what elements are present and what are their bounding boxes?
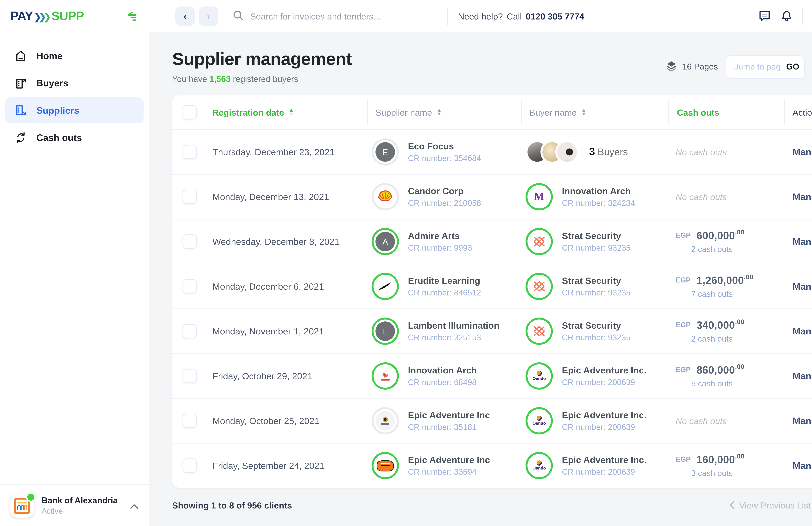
registration-date: Friday, October 29, 2021 xyxy=(205,371,367,381)
notifications-bell-icon[interactable] xyxy=(781,10,794,23)
supplier-cr-number: CR number: 33694 xyxy=(408,468,490,477)
column-header-registration-date[interactable]: Registration date ▲▼ xyxy=(205,99,367,125)
view-previous-list-link[interactable]: View Previous List xyxy=(729,500,811,510)
pagination-footer: Showing 1 to 8 of 956 clients View Previ… xyxy=(172,494,812,516)
supplier-cell: A Admire Arts CR number: 9993 xyxy=(367,228,521,255)
buyer-name: Strat Security xyxy=(562,320,630,331)
logo-text-pay: PAY xyxy=(10,9,33,24)
buyer-cell: Oando Epic Adventure Inc. CR number: 200… xyxy=(521,407,668,435)
main-content: Supplier management You have 1,563 regis… xyxy=(149,32,812,526)
sidebar-item-label: Suppliers xyxy=(37,105,79,116)
registration-date: Friday, September 24, 2021 xyxy=(205,461,367,471)
supplier-cr-number: CR number: 325153 xyxy=(408,333,499,342)
need-help-label: Need help? xyxy=(458,11,503,21)
row-checkbox[interactable] xyxy=(183,279,197,293)
manage-link[interactable]: Manage xyxy=(784,147,812,157)
innovation-arch-supplier-logo: ✺ xyxy=(372,362,399,390)
row-checkbox[interactable] xyxy=(183,414,197,428)
column-header-buyer-name[interactable]: Buyer name ▲▼ xyxy=(521,99,668,125)
messages-icon[interactable] xyxy=(758,10,771,23)
sidebar-item-buyers[interactable]: Buyers xyxy=(5,70,144,96)
bank-chevron-up-icon[interactable] xyxy=(130,500,139,511)
nav-back-button[interactable]: ‹ xyxy=(175,6,195,26)
cash-outs-cell: EGP 600,000.00 2 cash outs xyxy=(668,229,784,254)
buyer-cell: Strat Security CR number: 93235 xyxy=(521,273,668,300)
manage-link[interactable]: Manage xyxy=(784,192,812,202)
cash-outs-count-link[interactable]: 3 cash outs xyxy=(676,469,784,478)
sidebar-item-cash-outs[interactable]: Cash outs xyxy=(5,125,144,151)
manage-link[interactable]: Manage xyxy=(784,281,812,292)
cash-outs-cell: EGP 860,000.00 5 cash outs xyxy=(668,364,784,388)
help-phone-number[interactable]: 0120 305 7774 xyxy=(526,11,584,21)
page-title: Supplier management xyxy=(172,49,352,70)
row-checkbox[interactable] xyxy=(183,458,197,473)
supplier-name: Lambent Illumination xyxy=(408,320,499,331)
buyer-cr-number: CR number: 200639 xyxy=(562,378,647,387)
column-label: Buyer name xyxy=(530,107,577,117)
currency-label: EGP xyxy=(676,231,691,239)
registration-date: Monday, December 13, 2021 xyxy=(205,192,367,202)
supplier-cr-number: CR number: 846512 xyxy=(408,288,481,297)
currency-label: EGP xyxy=(676,321,691,328)
cash-out-amount: 600,000.00 xyxy=(697,229,744,242)
sidebar-item-home[interactable]: Home xyxy=(5,43,144,69)
cash-out-amount: 860,000.00 xyxy=(697,364,744,376)
page-header: Supplier management You have 1,563 regis… xyxy=(172,49,812,84)
column-header-supplier-name[interactable]: Supplier name ▲▼ xyxy=(367,99,521,125)
manage-link[interactable]: Manage xyxy=(784,415,812,426)
column-header-cash-outs[interactable]: Cash outs xyxy=(668,99,784,125)
buyer-cell: 3Buyers xyxy=(521,140,668,164)
buyer-name: Strat Security xyxy=(562,231,630,241)
table-row: Thursday, December 23, 2021 E Eco Focus … xyxy=(172,130,812,175)
go-button[interactable]: GO xyxy=(786,62,799,71)
currency-label: EGP xyxy=(676,365,691,373)
manage-link[interactable]: Manage xyxy=(784,236,812,247)
epic-adventure-supplier-logo xyxy=(372,407,399,435)
showing-summary: Showing 1 to 8 of 956 clients xyxy=(172,500,292,510)
bank-name: Bank of Alexandria xyxy=(42,496,118,507)
manage-link[interactable]: Manage xyxy=(784,371,812,381)
suppliers-table: Registration date ▲▼ Supplier name ▲▼ Bu… xyxy=(172,96,812,488)
currency-label: EGP xyxy=(676,276,691,283)
sort-icon: ▲▼ xyxy=(436,108,442,116)
manage-link[interactable]: Manage xyxy=(784,461,812,471)
supplier-cell: E Eco Focus CR number: 354684 xyxy=(367,138,521,165)
cash-outs-count-link[interactable]: 5 cash outs xyxy=(676,379,784,389)
column-label: Registration date xyxy=(213,107,284,117)
row-checkbox[interactable] xyxy=(183,145,197,159)
table-row: Monday, November 1, 2021 L Lambent Illum… xyxy=(172,309,812,354)
eco-focus-logo: E xyxy=(372,138,399,165)
search-input[interactable] xyxy=(249,11,447,22)
supplier-name: Candor Corp xyxy=(408,186,481,196)
strat-security-logo xyxy=(525,228,553,255)
bank-active-status-dot xyxy=(26,492,36,502)
select-all-checkbox[interactable] xyxy=(183,105,197,119)
manage-link[interactable]: Manage xyxy=(784,326,812,336)
nav-forward-button[interactable]: › xyxy=(199,6,218,26)
row-checkbox[interactable] xyxy=(183,234,197,249)
row-checkbox[interactable] xyxy=(183,190,197,204)
registration-date: Monday, November 1, 2021 xyxy=(205,326,367,336)
table-row: Monday, December 6, 2021 Erudite Learnin… xyxy=(172,264,812,309)
supplier-name: Innovation Arch xyxy=(408,365,477,375)
sidebar-collapse-icon[interactable] xyxy=(127,11,139,21)
buyer-cell: Strat Security CR number: 93235 xyxy=(521,228,668,255)
cash-outs-count-link[interactable]: 2 cash outs xyxy=(676,245,784,254)
app: PAY ❯❯❯ SUPP ‹ › Need help? Call xyxy=(0,0,812,526)
sidebar-item-suppliers[interactable]: Suppliers xyxy=(5,98,144,123)
supplier-cr-number: CR number: 35181 xyxy=(408,423,490,432)
buyer-name: Strat Security xyxy=(562,275,630,286)
header-controls: 16 Pages GO Filter suppliers xyxy=(666,55,812,78)
pages-stack-icon xyxy=(666,60,677,73)
row-checkbox[interactable] xyxy=(183,369,197,383)
bank-account-switcher[interactable]: Bank of Alexandria Active xyxy=(0,484,149,526)
buyer-cr-number: CR number: 324234 xyxy=(562,199,635,208)
cash-outs-count-link[interactable]: 7 cash outs xyxy=(676,290,784,299)
jump-to-page-input[interactable] xyxy=(733,61,782,72)
cash-outs-count-link[interactable]: 2 cash outs xyxy=(676,335,784,344)
registration-date: Monday, October 25, 2021 xyxy=(205,415,367,426)
row-checkbox[interactable] xyxy=(183,324,197,338)
buyer-name: Innovation Arch xyxy=(562,186,635,196)
supplier-cell: Epic Adventure Inc CR number: 35181 xyxy=(367,407,521,435)
supplier-cr-number: CR number: 9993 xyxy=(408,244,472,253)
